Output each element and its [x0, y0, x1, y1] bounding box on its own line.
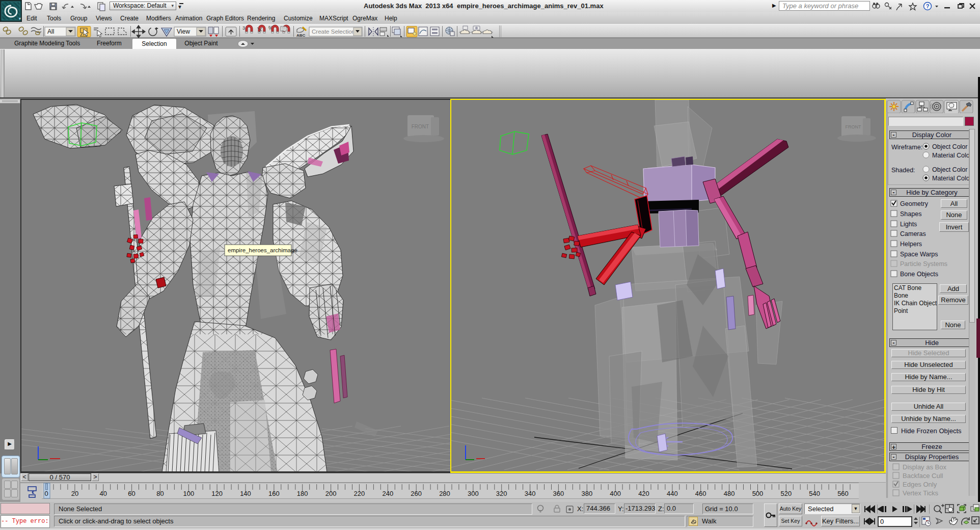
svg-text:180: 180 — [297, 490, 308, 497]
svg-text:FRONT: FRONT — [412, 124, 429, 129]
svg-text:Object Color: Object Color — [932, 143, 967, 150]
svg-text:0: 0 — [880, 518, 884, 525]
svg-text:FRONT: FRONT — [846, 124, 861, 129]
svg-text:Display as Box: Display as Box — [903, 463, 946, 471]
svg-text:empire_heroes_archimage: empire_heroes_archimage — [228, 247, 297, 253]
svg-text:540: 540 — [809, 490, 820, 497]
svg-text:160: 160 — [268, 490, 280, 497]
svg-text:500: 500 — [752, 490, 764, 497]
svg-text:200: 200 — [325, 490, 337, 497]
svg-text:Lights: Lights — [900, 221, 917, 228]
svg-text:520: 520 — [780, 490, 792, 497]
svg-text:100: 100 — [183, 490, 194, 497]
svg-text:240: 240 — [382, 490, 393, 497]
svg-text:40: 40 — [99, 490, 106, 497]
svg-text:View: View — [177, 28, 190, 35]
svg-text:20: 20 — [71, 490, 78, 497]
svg-text:560: 560 — [837, 490, 849, 497]
svg-text:All: All — [47, 28, 54, 35]
svg-text:3: 3 — [242, 25, 245, 31]
svg-text:Object Color: Object Color — [932, 166, 967, 173]
svg-text:Helpers: Helpers — [900, 241, 922, 248]
svg-text:Cameras: Cameras — [900, 230, 926, 237]
svg-text:480: 480 — [724, 490, 735, 497]
svg-text:0: 0 — [44, 490, 48, 497]
svg-text:140: 140 — [240, 490, 251, 497]
svg-text:60: 60 — [128, 490, 135, 497]
svg-text:260: 260 — [411, 490, 422, 497]
svg-text:?: ? — [926, 3, 930, 9]
svg-text:300: 300 — [468, 490, 479, 497]
svg-text:Particle Systems: Particle Systems — [900, 260, 947, 268]
svg-text:80: 80 — [156, 490, 164, 497]
svg-text:Space Warps: Space Warps — [900, 251, 938, 258]
svg-text:420: 420 — [638, 490, 649, 497]
svg-text:320: 320 — [496, 490, 507, 497]
svg-text:400: 400 — [610, 490, 621, 497]
svg-text:Vertex Ticks: Vertex Ticks — [903, 489, 939, 497]
svg-text:Geometry: Geometry — [900, 200, 929, 207]
svg-text:Material Color: Material Color — [932, 175, 972, 182]
svg-text:280: 280 — [439, 490, 450, 497]
svg-text:Backface Cull: Backface Cull — [903, 472, 943, 480]
svg-text:Edges Only: Edges Only — [903, 481, 937, 488]
svg-text:340: 340 — [525, 490, 536, 497]
svg-text:120: 120 — [211, 490, 223, 497]
svg-text:ABC: ABC — [296, 33, 306, 38]
svg-text:Shapes: Shapes — [900, 210, 921, 218]
svg-text:440: 440 — [667, 490, 678, 497]
svg-text:Material Color: Material Color — [932, 152, 972, 159]
svg-text:Bone Objects: Bone Objects — [900, 271, 938, 278]
svg-text:460: 460 — [695, 490, 706, 497]
svg-text:220: 220 — [354, 490, 365, 497]
svg-text:380: 380 — [581, 490, 592, 497]
svg-text:360: 360 — [553, 490, 564, 497]
